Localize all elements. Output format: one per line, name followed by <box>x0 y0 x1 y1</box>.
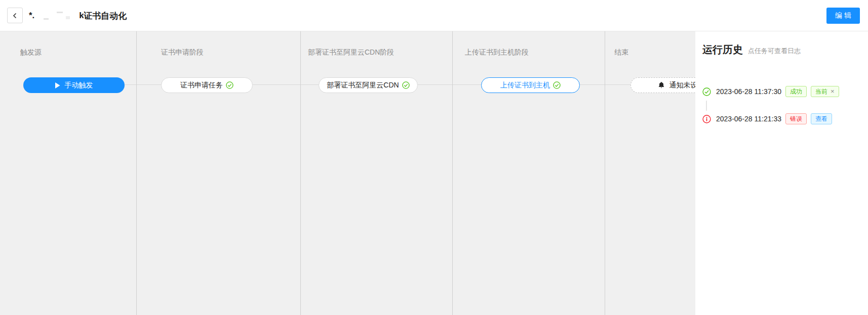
stage-column-upload-host: 上传证书到主机阶段 <box>453 31 605 315</box>
stage-label: 部署证书至阿里云CDN阶段 <box>308 48 394 57</box>
check-circle-icon <box>402 81 410 89</box>
title-fragment: k <box>79 11 84 21</box>
check-circle-icon <box>226 81 233 89</box>
back-button[interactable] <box>7 8 23 23</box>
title-suffix: 证书自动化 <box>84 10 127 22</box>
stage-label: 证书申请阶段 <box>161 48 204 57</box>
node-label: 证书申请任务 <box>180 81 223 90</box>
status-badge-error: 错误 <box>785 113 807 124</box>
run-timestamp: 2023-06-28 11:21:33 <box>716 115 781 123</box>
run-history-item[interactable]: 2023-06-28 11:21:33 错误 查看 <box>702 112 832 126</box>
task-node-cert-apply[interactable]: 证书申请任务 <box>161 77 253 93</box>
info-circle-icon <box>702 115 711 123</box>
manual-trigger-button[interactable]: 手动触发 <box>23 77 125 93</box>
run-history-hint: 点任务可查看日志 <box>748 47 801 56</box>
page-header: *. k 证书自动化 编 辑 <box>0 0 868 31</box>
task-node-deploy-cdn[interactable]: 部署证书至阿里云CDN <box>319 77 418 93</box>
play-icon <box>55 82 60 88</box>
run-history-title: 运行历史 <box>702 43 743 57</box>
run-history-item[interactable]: 2023-06-28 11:37:30 成功 当前 × <box>702 84 839 99</box>
title-prefix: *. <box>29 11 34 21</box>
node-label: 上传证书到主机 <box>500 81 550 90</box>
stage-column-trigger: 触发源 <box>0 31 137 315</box>
chevron-left-icon <box>12 12 19 19</box>
node-label: 手动触发 <box>65 81 93 90</box>
view-log-button[interactable]: 查看 <box>811 113 832 124</box>
stage-label: 结束 <box>614 48 628 57</box>
bell-icon <box>658 81 665 89</box>
current-run-label: 当前 <box>815 86 827 97</box>
stage-column-cert-apply: 证书申请阶段 <box>137 31 301 315</box>
status-badge-success: 成功 <box>785 86 807 97</box>
node-label: 部署证书至阿里云CDN <box>327 81 399 90</box>
close-icon[interactable]: × <box>831 86 835 97</box>
page-title: *. k 证书自动化 <box>29 0 127 31</box>
stage-label: 触发源 <box>20 48 42 57</box>
run-timestamp: 2023-06-28 11:37:30 <box>716 87 781 96</box>
current-run-badge: 当前 × <box>811 86 839 97</box>
check-circle-icon <box>702 87 711 96</box>
stage-label: 上传证书到主机阶段 <box>465 48 529 57</box>
stage-column-deploy-cdn: 部署证书至阿里云CDN阶段 <box>301 31 453 315</box>
timeline-connector <box>706 101 707 111</box>
edit-button[interactable]: 编 辑 <box>826 8 860 24</box>
redacted-domain <box>34 11 79 21</box>
check-circle-icon <box>553 81 561 89</box>
task-node-upload-host[interactable]: 上传证书到主机 <box>481 77 580 93</box>
run-history-panel: 运行历史 点任务可查看日志 2023-06-28 11:37:30 成功 当前 … <box>695 31 868 315</box>
